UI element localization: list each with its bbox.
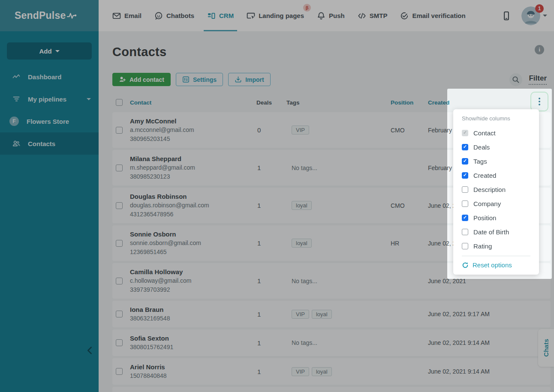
- contact-cell: Camilla Hollowayc.holloway@gmail.com3397…: [130, 267, 256, 294]
- sidebar-item-dashboard[interactable]: Dashboard: [0, 66, 99, 88]
- account-menu[interactable]: 1: [521, 6, 547, 25]
- contact-cell: Amy McConnela.mcconnel@gmail.com38096520…: [130, 117, 256, 144]
- search-icon: [512, 76, 520, 84]
- contact-cell: Sonnie Osbornsonnie.osborn@gmail.com1236…: [130, 230, 256, 257]
- pipelines-icon: [12, 95, 21, 103]
- email-icon: [112, 12, 121, 20]
- contact-row[interactable]: Ariel Norris150788408481VIPloyalJune 02,…: [112, 358, 551, 385]
- reset-options-link[interactable]: Reset options: [453, 256, 539, 275]
- option-checkbox[interactable]: [462, 200, 468, 207]
- add-contact-button[interactable]: Add contact: [112, 73, 171, 86]
- add-button[interactable]: Add: [7, 42, 92, 60]
- column-header-position[interactable]: Position: [391, 99, 428, 106]
- column-options-button[interactable]: [530, 92, 548, 111]
- top-nav-item-landing-pages[interactable]: Landing pagesβ: [247, 0, 304, 31]
- row-checkbox[interactable]: [116, 240, 123, 247]
- contact-row[interactable]: Iona Braun3806321695481VIPloyalJune 02, …: [112, 301, 551, 327]
- settings-label: Settings: [193, 76, 217, 83]
- column-header-contact[interactable]: Contact: [130, 99, 256, 106]
- contact-cell: Sofia Sexton3808015762491: [130, 334, 256, 352]
- top-nav-label: Chatbots: [166, 12, 194, 19]
- settings-button[interactable]: Settings: [176, 73, 223, 86]
- contact-row[interactable]: Marlene Mathieumarlene.mathieu@gmail.com…: [112, 387, 551, 392]
- top-nav-item-push[interactable]: Push: [317, 0, 345, 31]
- tags-cell: VIP: [286, 126, 391, 135]
- deals-count: 1: [256, 339, 286, 347]
- row-checkbox[interactable]: [116, 202, 123, 209]
- no-tags-label: No tags...: [292, 339, 317, 346]
- option-checkbox[interactable]: [462, 172, 468, 179]
- created-value: June 02, 2021: [428, 278, 551, 284]
- contact-cell: Milana Sheppardm.sheppard@gmail.com38098…: [130, 154, 256, 181]
- tag-chip: loyal: [292, 239, 312, 248]
- option-checkbox[interactable]: [462, 144, 468, 150]
- notification-badge: 1: [535, 4, 544, 13]
- push-icon: [317, 12, 325, 20]
- top-nav-label: CRM: [219, 12, 234, 19]
- search-button[interactable]: [509, 73, 522, 86]
- top-nav-item-smtp[interactable]: SMTP: [358, 0, 388, 31]
- contact-phone: 380965203145: [130, 135, 256, 144]
- top-nav-item-crm[interactable]: CRM: [207, 0, 234, 31]
- contact-row[interactable]: Sofia Sexton38080157624911No tags...June…: [112, 329, 551, 356]
- top-nav-label: Push: [329, 12, 345, 19]
- created-value: June 02, 2021 9:14 AM: [428, 368, 551, 375]
- filter-link[interactable]: Filter: [529, 74, 547, 85]
- option-checkbox[interactable]: [462, 229, 468, 235]
- top-nav-item-email-verification[interactable]: Email verification: [400, 0, 465, 31]
- sidebar-nav: DashboardMy pipelinesFFlowers StoreConta…: [0, 66, 99, 155]
- option-label: Description: [473, 186, 506, 193]
- row-checkbox[interactable]: [116, 339, 123, 346]
- contact-email: douglas.robinson@gmail.com: [130, 201, 256, 210]
- tag-chip: loyal: [312, 367, 332, 376]
- option-checkbox[interactable]: [462, 186, 468, 193]
- row-checkbox[interactable]: [116, 368, 123, 375]
- option-checkbox[interactable]: [462, 158, 468, 165]
- column-option-company: Company: [453, 199, 539, 208]
- sidebar-item-flowers-store[interactable]: FFlowers Store: [0, 110, 99, 132]
- tags-cell: VIPloyal: [286, 367, 391, 376]
- top-nav-item-chatbots[interactable]: Chatbots: [154, 0, 194, 31]
- import-label: Import: [245, 76, 264, 83]
- contact-cell: Douglas Robinsondouglas.robinson@gmail.c…: [130, 192, 256, 219]
- tags-cell: VIPloyal: [286, 310, 391, 319]
- chevron-down-icon: [55, 50, 60, 52]
- column-option-date-of-birth: Date of Birth: [453, 227, 539, 236]
- column-option-contact: Contact: [453, 129, 539, 137]
- contact-name: Sofia Sexton: [130, 334, 256, 343]
- tag-chip: loyal: [292, 201, 312, 210]
- row-checkbox[interactable]: [116, 311, 123, 317]
- option-checkbox[interactable]: [462, 243, 468, 249]
- tag-chip: VIP: [292, 367, 309, 376]
- mobile-app-icon[interactable]: [502, 11, 511, 21]
- sidebar-item-contacts[interactable]: Contacts: [0, 132, 99, 155]
- crm-icon: [207, 12, 216, 20]
- option-label: Date of Birth: [473, 228, 509, 236]
- sidebar: SendPulse Add DashboardMy pipelinesFFlow…: [0, 0, 99, 392]
- chatbots-icon: [154, 12, 163, 20]
- row-checkbox[interactable]: [116, 278, 123, 284]
- tag-chip: VIP: [292, 126, 309, 135]
- column-option-position: Position: [453, 213, 539, 222]
- collapse-sidebar-chevron[interactable]: [85, 345, 96, 356]
- import-button[interactable]: Import: [228, 73, 271, 86]
- contact-email: sonnie.osborn@gmail.com: [130, 239, 256, 248]
- chats-tab[interactable]: Chats: [538, 329, 554, 367]
- row-checkbox[interactable]: [116, 165, 123, 171]
- logo-text: SendPulse: [15, 10, 66, 21]
- column-option-tags: Tags: [453, 157, 539, 165]
- select-all-checkbox[interactable]: [116, 99, 123, 106]
- tag-chip: VIP: [292, 310, 309, 319]
- top-nav-label: SMTP: [370, 12, 388, 19]
- sendpulse-logo[interactable]: SendPulse: [15, 10, 78, 21]
- page-title: Contacts: [112, 45, 166, 59]
- info-icon[interactable]: i: [535, 45, 544, 54]
- sidebar-item-my-pipelines[interactable]: My pipelines: [0, 88, 99, 110]
- row-checkbox[interactable]: [116, 127, 123, 134]
- contact-cell: Iona Braun380632169548: [130, 305, 256, 323]
- option-checkbox[interactable]: [462, 215, 468, 221]
- tags-cell: loyal: [286, 239, 391, 248]
- top-nav-item-email[interactable]: Email: [112, 0, 142, 31]
- no-tags-label: No tags...: [292, 165, 317, 171]
- kebab-icon: [539, 98, 540, 105]
